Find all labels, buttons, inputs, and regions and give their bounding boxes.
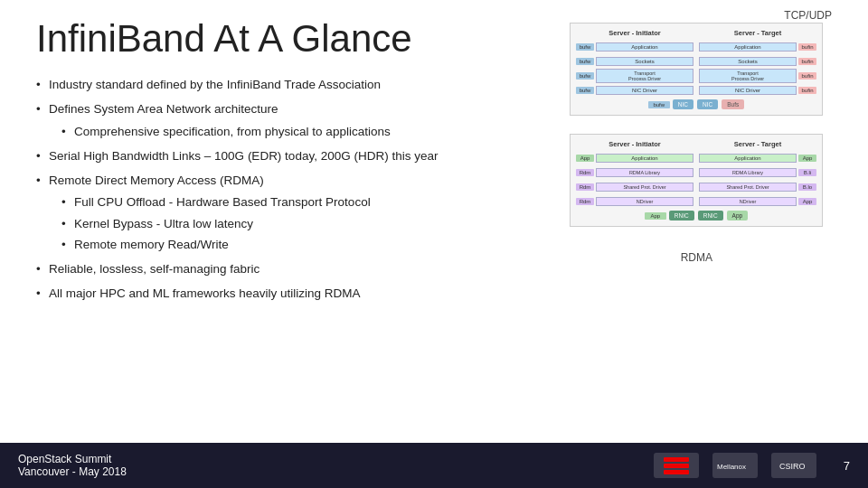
rdma-nic-box-r: NDriver <box>699 197 797 206</box>
buf-label: bufw <box>648 101 670 108</box>
left-column: InfiniBand At A Glance Industry standard… <box>36 18 570 434</box>
nic-driver-box-r: NIC Driver <box>699 86 797 95</box>
sub-list-item: Comprehensive specification, from physic… <box>61 123 552 141</box>
rdma-prot-box-r: Shared Prot. Driver <box>699 183 797 192</box>
sub-list-item: Remote memory Read/Write <box>61 236 552 254</box>
app-box-r: Application <box>699 42 797 52</box>
rdma-lib-box-r: RDMA Library <box>699 168 797 177</box>
buf-label: bufw <box>576 87 594 94</box>
buf-label: bufw <box>576 72 594 80</box>
rdma-buf-l: App <box>645 212 666 220</box>
rdma-lib-row-r: RDMA Library B.li <box>699 166 816 179</box>
footer-logos: Mellanox CSIRO 7 <box>654 453 850 478</box>
rdma-label-l: App <box>576 155 594 162</box>
list-item: Serial High Bandwidth Links – 100G (EDR)… <box>36 147 552 165</box>
app-box: Application <box>596 42 693 52</box>
app-row: bufw Application <box>576 41 693 53</box>
buf-label-r: bufin <box>798 43 816 51</box>
openstack-logo <box>654 453 699 478</box>
rdma-app-box-r: Application <box>699 154 797 163</box>
rnic-chip-right: RNIC <box>698 211 723 221</box>
list-item: All major HPC and ML frameworks heavily … <box>36 285 552 303</box>
svg-rect-0 <box>664 457 689 462</box>
nic-row-r: NIC Driver bufin <box>699 84 816 97</box>
sock-box-r: Sockets <box>699 57 797 66</box>
tpd-row-r: TransportProcess Driver bufin <box>699 70 816 82</box>
csiro-logo: CSIRO <box>771 453 816 478</box>
buf-label-r: bufin <box>798 87 816 94</box>
right-column: Server - Initiator bufw Application bufw… <box>570 18 841 434</box>
rdma-server-target: Server - Target Application App RDMA Lib… <box>699 140 816 208</box>
rdma-prot-box: Shared Prot. Driver <box>596 183 693 192</box>
rdma-lib-row: Rdm RDMA Library <box>576 166 693 179</box>
mellanox-icon: Mellanox <box>715 455 755 475</box>
rdma-app-box: Application <box>596 154 693 163</box>
sock-box: Sockets <box>596 57 693 66</box>
list-item: Industry standard defined by the InfiniB… <box>36 76 552 94</box>
rdma-label-r: B.lo <box>798 183 816 191</box>
rdma-label: RDMA <box>681 251 712 264</box>
rdma-label-l: Rdm <box>576 198 594 205</box>
rdma-nic-row-r: NDriver App <box>699 195 816 208</box>
rdma-nic-bottom: App RNIC RNIC App <box>576 211 816 221</box>
svg-text:Mellanox: Mellanox <box>717 463 746 471</box>
rdma-app-row: App Application <box>576 152 693 164</box>
rdma-prot-row-r: Shared Prot. Driver B.lo <box>699 181 816 193</box>
rdma-lib-box: RDMA Library <box>596 168 693 177</box>
sock-row: bufw Sockets <box>576 55 693 68</box>
csiro-icon: CSIRO <box>778 455 810 475</box>
sub-list: Full CPU Offload - Hardware Based Transp… <box>61 193 552 254</box>
rnic-chip-left: RNIC <box>669 211 694 221</box>
nic-chip-left: NIC <box>673 99 693 109</box>
nic-chip-right: NIC <box>697 99 718 109</box>
buf-label-r: bufin <box>798 72 816 80</box>
rdma-app-row-r: Application App <box>699 152 816 164</box>
sub-list: Comprehensive specification, from physic… <box>61 123 552 141</box>
tpd-row: bufw TransportProcess Driver <box>576 70 693 82</box>
page-number: 7 <box>844 459 850 473</box>
buf-label: bufw <box>576 58 594 65</box>
svg-text:CSIRO: CSIRO <box>779 462 806 471</box>
footer-text: OpenStack Summit Vancouver - May 2018 <box>18 453 127 478</box>
server-target: Server - Target Application bufin Socket… <box>699 29 816 97</box>
rdma-app-chip: App <box>727 211 749 221</box>
mellanox-logo: Mellanox <box>712 453 758 478</box>
rdma-label-l: Rdm <box>576 169 594 176</box>
nic-bottom: bufw NIC NIC Bufs <box>576 99 816 109</box>
rdma-diagram: Server - Initiator App Application Rdm R… <box>570 134 823 227</box>
footer: OpenStack Summit Vancouver - May 2018 Me… <box>0 443 868 488</box>
svg-rect-2 <box>664 470 689 474</box>
sub-list-item: Full CPU Offload - Hardware Based Transp… <box>61 193 552 211</box>
main-content: InfiniBand At A Glance Industry standard… <box>0 0 868 443</box>
bullet-list: Industry standard defined by the InfiniB… <box>36 76 552 304</box>
svg-rect-1 <box>664 464 689 468</box>
sub-list-item: Kernel Bypass - Ultra low latency <box>61 215 552 233</box>
rdma-label-l: Rdm <box>576 183 594 191</box>
nic-driver-box: NIC Driver <box>596 86 693 95</box>
buf-chip: Bufs <box>722 99 744 109</box>
nic-row: bufw NIC Driver <box>576 84 693 97</box>
page-title: InfiniBand At A Glance <box>36 18 552 60</box>
rdma-prot-row: Rdm Shared Prot. Driver <box>576 181 693 193</box>
rdma-server-initiator: Server - Initiator App Application Rdm R… <box>576 140 693 208</box>
buf-label-r: bufin <box>798 58 816 65</box>
rdma-label-r: App <box>798 198 816 205</box>
sock-row-r: Sockets bufin <box>699 55 816 68</box>
app-row-r: Application bufin <box>699 41 816 53</box>
tpd-box-r: TransportProcess Driver <box>699 69 797 83</box>
list-item: Reliable, lossless, self-managing fabric <box>36 260 552 278</box>
tcp-label: TCP/UDP <box>784 9 832 22</box>
list-item: Defines System Area Network architecture… <box>36 100 552 141</box>
rdma-label-r: App <box>798 155 816 162</box>
rdma-nic-row: Rdm NDriver <box>576 195 693 208</box>
tcp-diagram: Server - Initiator bufw Application bufw… <box>570 23 823 116</box>
server-initiator: Server - Initiator bufw Application bufw… <box>576 29 693 97</box>
rdma-label-r: B.li <box>798 169 816 176</box>
list-item: Remote Direct Memory Access (RDMA) Full … <box>36 172 552 254</box>
buf-label: bufw <box>576 43 594 51</box>
tpd-box: TransportProcess Driver <box>596 69 693 83</box>
rdma-nic-box: NDriver <box>596 197 693 206</box>
openstack-icon <box>662 455 691 475</box>
